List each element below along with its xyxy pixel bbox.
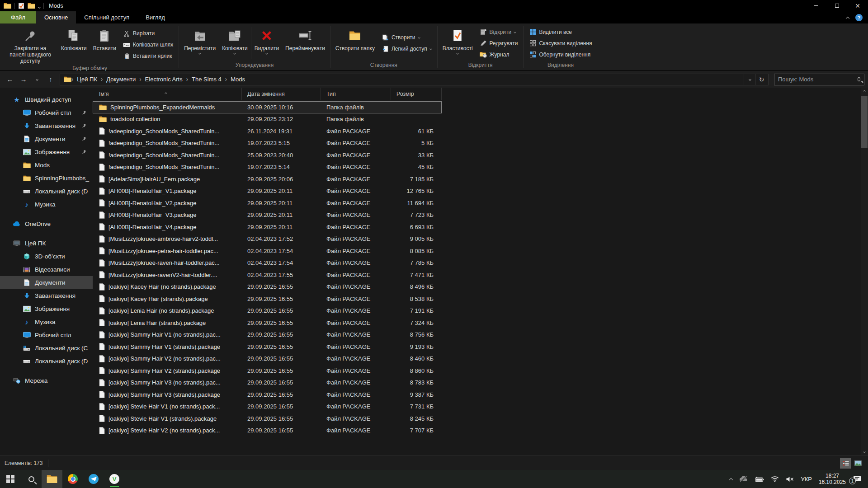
delete-button[interactable]: Видалити	[251, 25, 282, 61]
maximize-button[interactable]	[826, 0, 847, 11]
copy-to-button[interactable]: Копіювати	[219, 25, 251, 61]
start-button[interactable]	[0, 470, 21, 488]
file-row[interactable]: !adeepindigo_SchoolMods_SharedTunin...19…	[93, 161, 442, 174]
minimize-button[interactable]	[806, 0, 826, 11]
breadcrumb-item[interactable]: Документи	[104, 76, 138, 83]
cut-button[interactable]: Вирізати	[121, 29, 175, 38]
file-row[interactable]: [oakiyo] Stevie Hair V2 (no strands).pac…	[93, 425, 442, 437]
file-row[interactable]: [AH00B]-RenatoHair_V2.package29.09.2025 …	[93, 197, 442, 209]
select-all-button[interactable]: Виділити все	[527, 27, 594, 37]
file-row[interactable]: !adeepindigo_SchoolMods_SharedTunin...19…	[93, 137, 442, 150]
forward-button[interactable]: →	[17, 74, 30, 85]
breadcrumb-item[interactable]: Electronic Arts	[142, 76, 185, 83]
paste-shortcut-button[interactable]: Вставити ярлик	[121, 52, 175, 61]
sidebar-item-локальний-диск-c[interactable]: Локальний диск (C	[0, 342, 93, 355]
taskbar-file-explorer-button[interactable]	[42, 470, 62, 488]
file-row[interactable]: [oakiyo] Stevie Hair V1 (no strands).pac…	[93, 401, 442, 413]
sidebar-item-зображення[interactable]: Зображення	[0, 145, 93, 159]
taskbar-telegram-button[interactable]	[83, 470, 104, 488]
tab-file[interactable]: Файл	[0, 11, 36, 23]
file-row[interactable]: [oakiyo] Sammy Hair V2 (no strands).pac.…	[93, 353, 442, 365]
sidebar-item-локальний-диск-d[interactable]: Локальний диск (D	[0, 185, 93, 198]
sidebar-item-музика[interactable]: ♪Музика	[0, 315, 93, 328]
file-row[interactable]: toadstool collection29.09.2025 23:12Папк…	[93, 113, 442, 126]
taskbar-chrome-button[interactable]	[62, 470, 83, 488]
pin-to-quick-access-button[interactable]: Закріпити на панелі швидкого доступу	[3, 25, 58, 64]
qat-properties-button[interactable]	[18, 3, 24, 9]
sidebar-item-цей-пк[interactable]: Цей ПК	[0, 237, 93, 250]
file-row[interactable]: [MusiLizzy]okruee-raven-hair-toddler.pac…	[93, 257, 442, 269]
help-button[interactable]: ?	[855, 14, 863, 21]
taskbar-search-button[interactable]	[21, 470, 42, 488]
file-row[interactable]: [oakiyo] Kacey Hair (strands).package29.…	[93, 293, 442, 305]
file-row[interactable]: [oakiyo] Stevie Hair V1 (strands).packag…	[93, 413, 442, 425]
select-none-button[interactable]: Скасувати виділення	[527, 38, 594, 48]
vertical-scrollbar[interactable]	[861, 88, 868, 455]
tab-view[interactable]: Вигляд	[137, 11, 173, 23]
easy-access-button[interactable]: Легкий доступ	[380, 44, 434, 54]
sidebar-item-документи[interactable]: Документи	[0, 132, 93, 145]
paste-button[interactable]: Вставити	[90, 25, 119, 64]
breadcrumb-item[interactable]: Mods	[228, 76, 248, 83]
scrollbar-thumb[interactable]	[861, 96, 868, 148]
sidebar-item-мережа[interactable]: Мережа	[0, 374, 93, 387]
properties-button[interactable]: Властивості	[439, 25, 476, 61]
tab-home[interactable]: Основне	[36, 11, 76, 23]
close-button[interactable]: ✕	[847, 0, 868, 11]
qat-customize-button[interactable]	[38, 2, 40, 10]
volume-tray-button[interactable]	[786, 476, 794, 482]
sidebar-item-документи[interactable]: Документи	[0, 276, 93, 289]
thumbnail-view-button[interactable]	[852, 458, 863, 469]
column-header-date[interactable]: Дата змінення	[242, 88, 321, 100]
new-item-button[interactable]: Створити	[380, 33, 434, 42]
breadcrumb-item[interactable]: Цей ПК	[74, 76, 100, 83]
file-row[interactable]: [oakiyo] Sammy Hair V2 (strands).package…	[93, 365, 442, 377]
action-center-button[interactable]: 1	[853, 475, 862, 483]
address-bar[interactable]: ›Цей ПК›Документи›Electronic Arts›The Si…	[60, 74, 769, 85]
tab-share[interactable]: Спільний доступ	[76, 11, 137, 23]
sidebar-item-завантаження[interactable]: Завантаження	[0, 119, 93, 132]
collapse-ribbon-button[interactable]	[846, 14, 849, 22]
rename-button[interactable]: Перейменувати	[282, 25, 328, 61]
history-button[interactable]: Журнал	[478, 50, 520, 59]
file-row[interactable]: [AH00B]-RenatoHair_V1.package29.09.2025 …	[93, 185, 442, 197]
sidebar-item-завантаження[interactable]: Завантаження	[0, 289, 93, 302]
new-folder-button[interactable]: Створити папку	[332, 25, 378, 61]
address-dropdown-button[interactable]	[744, 74, 755, 85]
file-row[interactable]: [MusiLizzy]okruee-petra-hair-toddler.pac…	[93, 245, 442, 257]
breadcrumb-item[interactable]: The Sims 4	[189, 76, 224, 83]
back-button[interactable]: ←	[4, 74, 16, 85]
move-to-button[interactable]: Перемістити	[181, 25, 219, 61]
qat-new-folder-button[interactable]	[28, 2, 35, 9]
tray-overflow-button[interactable]	[730, 475, 732, 483]
file-row[interactable]: [AH00B]-RenatoHair_V3.package29.09.2025 …	[93, 209, 442, 221]
clock[interactable]: 18:27 16.10.2025	[819, 473, 846, 485]
file-row[interactable]: [oakiyo] Sammy Hair V3 (strands).package…	[93, 389, 442, 401]
refresh-button[interactable]: ↻	[755, 74, 767, 85]
taskbar-app-button[interactable]: V	[104, 470, 125, 488]
sidebar-item-spinningplumbobs-[interactable]: SpinningPlumbobs_	[0, 172, 93, 185]
copy-path-button[interactable]: Копіювати шлях	[121, 40, 175, 50]
recent-locations-button[interactable]	[31, 74, 43, 85]
file-row[interactable]: SpinningPlumbobs_ExpandedMermaids30.09.2…	[93, 101, 442, 113]
edit-button[interactable]: Редагувати	[478, 38, 520, 48]
invert-selection-button[interactable]: Обернути виділення	[527, 50, 594, 59]
column-header-name[interactable]: Ім’я	[93, 88, 242, 100]
sidebar-item-onedrive[interactable]: OneDrive	[0, 217, 93, 230]
column-header-type[interactable]: Тип	[321, 88, 391, 100]
sidebar-item-швидкий-доступ[interactable]: ★Швидкий доступ	[0, 93, 93, 106]
scroll-up-icon[interactable]	[861, 88, 868, 95]
language-indicator[interactable]: УКР	[801, 476, 812, 483]
file-row[interactable]: [MusiLizzy]okruee-ambrose-hairv2-toddl..…	[93, 233, 442, 245]
sidebar-item-робочий-стіл[interactable]: Робочий стіл	[0, 106, 93, 119]
scroll-down-icon[interactable]	[861, 448, 868, 455]
file-row[interactable]: [AH00B]-RenatoHair_V4.package29.09.2025 …	[93, 221, 442, 233]
wifi-tray-button[interactable]	[771, 476, 779, 482]
file-row[interactable]: [MusiLizzy]okruee-ravenV2-hair-toddler..…	[93, 269, 442, 281]
search-input[interactable]	[778, 76, 858, 83]
up-button[interactable]: ↑	[44, 74, 57, 85]
sidebar-item-відеозаписи[interactable]: Відеозаписи	[0, 263, 93, 276]
onedrive-tray-button[interactable]	[739, 476, 748, 482]
open-button[interactable]: Відкрити	[478, 27, 520, 37]
file-row[interactable]: [oakiyo] Kacey Hair (no strands).package…	[93, 281, 442, 293]
